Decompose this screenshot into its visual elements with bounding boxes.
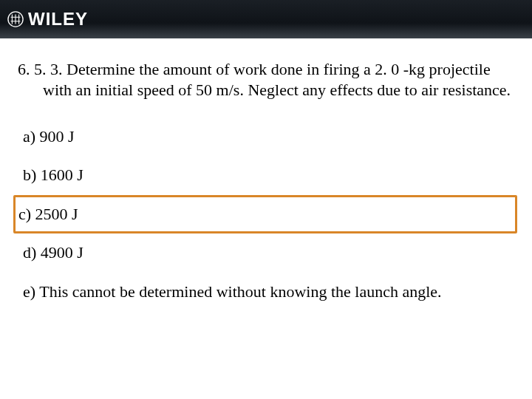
brand-logo: WILEY [7, 9, 88, 30]
slide-header: WILEY [0, 0, 532, 38]
question-text: 6. 5. 3. Determine the amount of work do… [18, 59, 516, 100]
option-a[interactable]: a) 900 J [18, 117, 516, 156]
option-b[interactable]: b) 1600 J [18, 156, 516, 194]
answer-options: a) 900 J b) 1600 J c) 2500 J d) 4900 J e… [18, 117, 516, 311]
brand-name: WILEY [28, 9, 88, 30]
slide-content: 6. 5. 3. Determine the amount of work do… [0, 38, 532, 311]
option-d[interactable]: d) 4900 J [18, 233, 516, 272]
question-body: Determine the amount of work done in fir… [43, 60, 511, 99]
question-number: 6. 5. 3. [18, 60, 63, 78]
wiley-logo-icon [7, 11, 24, 27]
option-e[interactable]: e) This cannot be determined without kno… [18, 273, 516, 311]
option-c[interactable]: c) 2500 J [13, 195, 517, 233]
